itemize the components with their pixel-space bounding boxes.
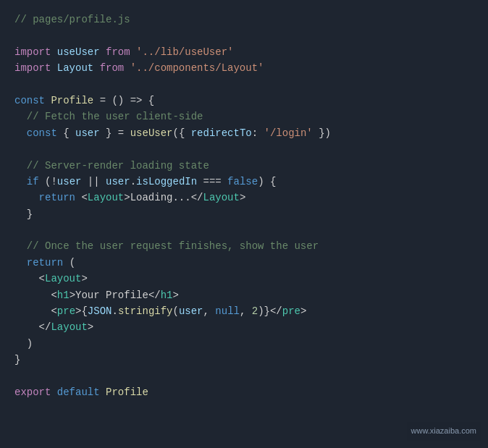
layout-open-tag-1: Layout <box>88 190 124 206</box>
line-1: // pages/profile.js <box>14 12 474 28</box>
comment-once: // Once the user request finishes, show … <box>27 238 319 254</box>
gt-pre-open: >{ <box>75 303 88 319</box>
blank-line-3 <box>14 141 474 157</box>
line-import-layout: import Layout from '../components/Layout… <box>14 60 474 76</box>
comment-file-path: // pages/profile.js <box>14 12 130 28</box>
dot-stringify: . <box>112 303 117 319</box>
layout-open-tag-2: Layout <box>45 271 81 287</box>
import-path-layout: '../components/Layout' <box>130 60 264 76</box>
indent-10 <box>14 287 51 303</box>
line-import-useuser: import useUser from '../lib/useUser' <box>14 44 474 60</box>
or-operator: || <box>81 174 106 190</box>
line-pre: <pre>{JSON.stringify(user, null, 2)}</pr… <box>14 303 474 319</box>
pre-tag-close: pre <box>282 303 300 319</box>
stringify-method: stringify <box>118 303 173 319</box>
return-paren-open: ( <box>70 255 75 271</box>
paren-close-useuser: }) <box>313 125 331 141</box>
layout-close-tag-2: Layout <box>51 319 87 335</box>
indent-3 <box>14 158 27 174</box>
line-return-loading: return <Layout>Loading...</Layout> <box>14 190 474 206</box>
outer-brace-close: } <box>14 352 20 368</box>
false-value: false <box>227 174 258 190</box>
user-ref-2: user <box>106 174 130 190</box>
import-keyword-2: import <box>14 60 57 76</box>
return-paren-close: ) <box>27 336 33 352</box>
indent-6 <box>14 206 27 222</box>
pre-tag-open: pre <box>57 303 75 319</box>
gt-1: > <box>124 190 130 206</box>
h1-tag-close: h1 <box>161 287 173 303</box>
isloggedin-prop: isLoggedIn <box>136 174 197 190</box>
gt-layout-close: > <box>88 319 93 335</box>
lt-h1: < <box>51 287 56 303</box>
indent-1 <box>14 109 27 124</box>
user-var: user <box>75 125 106 141</box>
line-if: if (!user || user.isLoggedIn === false) … <box>14 174 474 190</box>
triple-equals: === <box>197 174 227 190</box>
comment-server: // Server-render loading state <box>27 158 209 174</box>
close-if-brace: } <box>27 206 33 222</box>
line-return-open: return ( <box>14 255 474 271</box>
lt-1: < <box>81 190 87 206</box>
indent-11 <box>14 303 51 319</box>
indent-4 <box>14 174 27 190</box>
code-editor: // pages/profile.js import useUser from … <box>0 0 488 448</box>
json-ref: JSON <box>88 303 112 319</box>
lt-pre: < <box>51 303 56 319</box>
indent-7 <box>14 238 27 254</box>
if-keyword: if <box>27 174 45 190</box>
login-string: '/login' <box>264 125 313 141</box>
blank-line-2 <box>14 77 474 93</box>
comma-2: , <box>240 303 252 319</box>
profile-name: Profile <box>51 93 99 109</box>
blank-line-4 <box>14 222 474 238</box>
blank-line-1 <box>14 28 474 43</box>
line-const-user: const { user } = useUser({ redirectTo: '… <box>14 125 474 141</box>
line-close-if: } <box>14 206 474 222</box>
indent-9 <box>14 271 39 287</box>
paren-open-useuser: ({ <box>172 125 190 141</box>
comment-fetch: // Fetch the user client-side <box>27 109 203 124</box>
null-value: null <box>215 303 240 319</box>
lt-slash-layout: </ <box>39 319 51 335</box>
line-paren-close: ) <box>14 336 474 352</box>
line-comment-fetch: // Fetch the user client-side <box>14 109 474 124</box>
user-ref-1: user <box>57 174 82 190</box>
return-keyword-1: return <box>39 190 82 206</box>
line-comment-once: // Once the user request finishes, show … <box>14 238 474 254</box>
destructure-open: { <box>63 125 75 141</box>
pre-close-brace: )}</ <box>258 303 282 319</box>
indent-5 <box>14 190 39 206</box>
line-comment-server: // Server-render loading state <box>14 158 474 174</box>
indent-12 <box>14 319 39 335</box>
user-ref-3: user <box>179 303 203 319</box>
import-name-useuser: useUser <box>57 44 106 60</box>
import-keyword-1: import <box>14 44 57 60</box>
if-paren-open: (! <box>45 174 57 190</box>
gt-h1-open: > <box>70 287 75 303</box>
line-brace-close: } <box>14 352 474 368</box>
blank-line-5 <box>14 368 474 384</box>
lt-slash-1: </ <box>191 190 203 206</box>
dot-isloggedin: . <box>130 174 136 190</box>
comma-null: , <box>203 303 216 319</box>
loading-text: Loading... <box>130 190 191 206</box>
import-path-useuser: '../lib/useUser' <box>136 44 233 60</box>
const-keyword: const <box>14 93 51 109</box>
line-layout-close: </Layout> <box>14 319 474 335</box>
import-name-layout: Layout <box>57 60 100 76</box>
destructure-close: } = <box>106 125 130 141</box>
gt-layout-open: > <box>81 271 87 287</box>
gt-pre-close: > <box>300 303 306 319</box>
gt-h1-close: > <box>173 287 179 303</box>
indent-2 <box>14 125 27 141</box>
default-keyword: default <box>57 384 106 400</box>
const-keyword-2: const <box>27 125 63 141</box>
h1-content: Your Profile <box>75 287 148 303</box>
line-h1: <h1>Your Profile</h1> <box>14 287 474 303</box>
layout-close-tag-1: Layout <box>203 190 239 206</box>
export-keyword: export <box>14 384 57 400</box>
line-const-profile: const Profile = () => { <box>14 93 474 109</box>
equals-arrow: = () => { <box>100 93 155 109</box>
from-keyword-2: from <box>100 60 130 76</box>
